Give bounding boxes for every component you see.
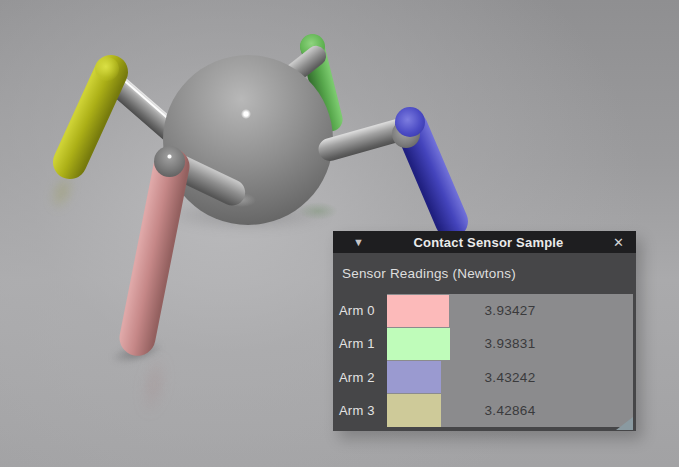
panel-titlebar[interactable]: ▼ Contact Sensor Sample ✕ xyxy=(333,231,636,253)
green-leg-reflection xyxy=(298,202,338,220)
sensor-value: 3.42864 xyxy=(387,394,633,427)
sensor-row: Arm 1 3.93831 xyxy=(333,327,633,360)
robot-front-left-leg-lower xyxy=(116,145,192,359)
sensor-row-track: 3.43242 xyxy=(387,361,633,394)
sensor-row: Arm 3 3.42864 xyxy=(333,394,633,427)
collapse-triangle-icon[interactable]: ▼ xyxy=(353,237,364,248)
app-window: ▼ Contact Sensor Sample ✕ Sensor Reading… xyxy=(0,0,679,467)
sensor-value: 3.93427 xyxy=(387,294,633,327)
robot-front-left-elbow xyxy=(154,146,185,177)
torso-specular-highlight xyxy=(241,109,251,119)
section-title: Sensor Readings (Newtons) xyxy=(342,253,516,294)
sensor-row-label: Arm 0 xyxy=(333,294,387,327)
sensor-row-track: 3.42864 xyxy=(387,394,633,427)
sensor-row: Arm 0 3.93427 xyxy=(333,294,633,327)
close-icon[interactable]: ✕ xyxy=(613,236,624,249)
robot-front-right-leg-cap xyxy=(395,107,425,137)
sensor-value: 3.43242 xyxy=(387,361,633,394)
sensor-row-label: Arm 3 xyxy=(333,394,387,427)
sensor-row-track: 3.93831 xyxy=(387,327,633,360)
panel-title: Contact Sensor Sample xyxy=(364,235,613,250)
specular-highlight xyxy=(167,154,172,159)
sensor-row-label: Arm 2 xyxy=(333,361,387,394)
sensor-chart: Arm 0 3.93427 Arm 1 3.93831 Arm 2 3.4324… xyxy=(333,294,633,427)
contact-sensor-panel: ▼ Contact Sensor Sample ✕ Sensor Reading… xyxy=(333,231,636,431)
resize-handle[interactable] xyxy=(616,417,633,430)
sensor-row-label: Arm 1 xyxy=(333,327,387,360)
robot-back-left-leg-lower xyxy=(47,49,133,184)
robot-back-left-leg-cap-highlight xyxy=(95,57,119,81)
sensor-row-track: 3.93427 xyxy=(387,294,633,327)
sensor-value: 3.93831 xyxy=(387,327,633,360)
pink-leg-reflection xyxy=(136,351,172,418)
sensor-row: Arm 2 3.43242 xyxy=(333,361,633,394)
